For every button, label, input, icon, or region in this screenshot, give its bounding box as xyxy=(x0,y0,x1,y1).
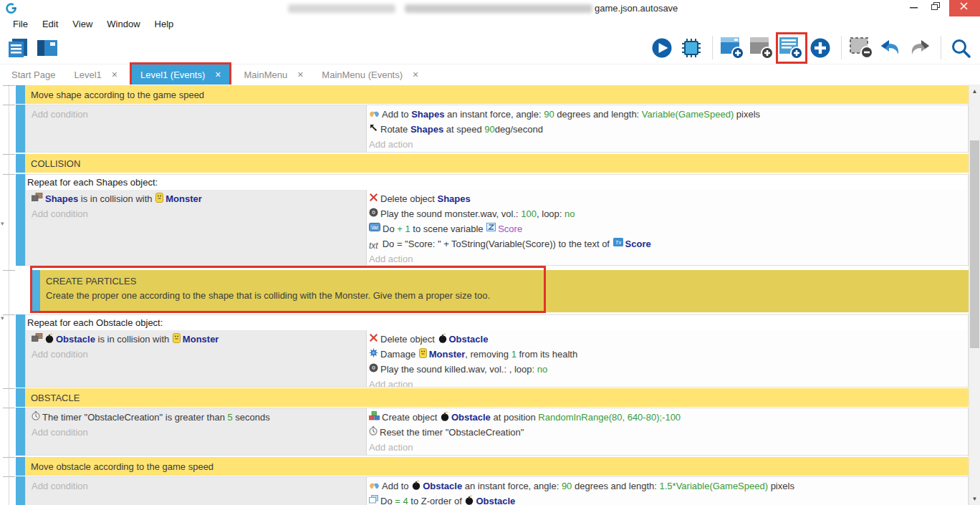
add-action[interactable]: Add action xyxy=(369,440,968,455)
scroll-down-icon[interactable]: ▼ xyxy=(969,494,980,503)
action-line[interactable]: Reset the timer "ObstacleCreation" xyxy=(369,425,968,440)
toolbar-search-button[interactable] xyxy=(948,35,974,61)
comment-text[interactable]: CREATE PARTICLESCreate the proper one ac… xyxy=(40,270,969,312)
toolbar-add-circle-button[interactable] xyxy=(808,35,834,61)
tab-mainmenu[interactable]: MainMenu× xyxy=(239,64,307,85)
action-line[interactable]: Play the sound monster.wav, vol.: 100, l… xyxy=(369,206,968,221)
toolbar-add-comment-button[interactable] xyxy=(779,35,804,61)
actions-column: Delete object ObstacleDamage Monster, re… xyxy=(366,330,968,387)
repeat-event-header[interactable]: Repeat for each Shapes object: xyxy=(26,175,968,190)
add-condition[interactable]: Add condition xyxy=(32,478,366,494)
tab-close-icon[interactable]: × xyxy=(413,69,418,80)
force-icon xyxy=(369,108,380,122)
action-line[interactable]: Delete object Shapes xyxy=(369,191,968,206)
tab-level1-events[interactable]: Level1 (Events)× xyxy=(132,64,230,85)
add-condition[interactable]: Add condition xyxy=(32,347,366,362)
toolbar-play-button[interactable] xyxy=(650,35,676,61)
toolbar-debug-button[interactable] xyxy=(679,35,705,61)
event-block: The timer "ObstacleCreation" is greater … xyxy=(0,408,969,456)
conditions-column: Shapes is in collision with MonsterAdd c… xyxy=(26,190,366,265)
text-segment: Obstacle xyxy=(451,412,491,423)
action-line[interactable]: Damage Monster, removing 1 from its heal… xyxy=(369,347,968,362)
comment-text[interactable]: OBSTACLE xyxy=(25,388,969,407)
redacted-title-text xyxy=(288,4,395,13)
minimize-button[interactable] xyxy=(905,0,925,16)
toolbar-add-subevent-button[interactable] xyxy=(749,35,775,61)
condition-line[interactable]: Shapes is in collision with Monster xyxy=(32,191,366,206)
toolbar-scene-editor-button[interactable] xyxy=(35,35,61,61)
toolbar-right-group xyxy=(650,35,974,61)
comment-text[interactable]: Move obstacle according to the game spee… xyxy=(25,457,969,476)
window-title: game.json.autosave xyxy=(595,3,678,14)
menu-view[interactable]: View xyxy=(65,17,100,32)
toolbar-separator xyxy=(712,36,713,59)
force-icon xyxy=(369,480,380,494)
menu-help[interactable]: Help xyxy=(148,17,181,32)
tab-start-page[interactable]: Start Page xyxy=(7,64,59,85)
text-segment: an instant force, angle: xyxy=(444,109,544,120)
toolbar-remove-event-button[interactable] xyxy=(849,35,875,61)
remove-event-icon xyxy=(849,36,873,59)
action-line[interactable]: Rotate Shapes at speed 90deg/second xyxy=(369,122,968,137)
toolbar-left-group xyxy=(6,35,61,61)
text-segment: + 1 xyxy=(397,223,410,234)
tab-close-icon[interactable]: × xyxy=(297,69,303,80)
comment-text[interactable]: Move shape according to the game speed xyxy=(25,85,969,104)
text-segment: 90 xyxy=(484,124,494,135)
tab-level1[interactable]: Level1× xyxy=(69,64,122,85)
action-line[interactable]: Play the sound killed.wav, vol.: , loop:… xyxy=(369,362,968,377)
tab-close-icon[interactable]: × xyxy=(215,69,221,80)
add-action[interactable]: Add action xyxy=(369,137,968,152)
add-action[interactable]: Add action xyxy=(369,251,968,265)
scrollbar-thumb[interactable] xyxy=(970,140,979,348)
menu-file[interactable]: File xyxy=(6,17,35,32)
add-condition[interactable]: Add condition xyxy=(32,107,366,122)
toolbar-project-manager-button[interactable] xyxy=(6,35,32,61)
action-line[interactable]: Add to Shapes an instant force, angle: 9… xyxy=(369,107,968,122)
tab-close-icon[interactable]: × xyxy=(112,69,117,80)
event-gutter xyxy=(0,154,16,173)
gutter-tick xyxy=(3,154,15,155)
event-selection-strip xyxy=(16,408,25,456)
text-segment: deg/second xyxy=(495,124,543,135)
text-segment: pixels xyxy=(734,109,760,120)
action-line[interactable]: txtDo = "Score: " + ToString(Variable(Sc… xyxy=(369,236,968,251)
toolbar-redo-button[interactable] xyxy=(908,35,933,61)
event-selection-strip xyxy=(16,388,25,407)
create-icon xyxy=(369,411,380,425)
menu-edit[interactable]: Edit xyxy=(35,17,65,32)
scenevar-icon xyxy=(486,223,496,236)
fold-arrow-icon[interactable]: ▾ xyxy=(1,221,4,227)
close-button[interactable] xyxy=(949,0,980,16)
action-line[interactable]: Create object Obstacle at position Rando… xyxy=(369,410,968,425)
fold-arrow-icon[interactable]: ▾ xyxy=(1,315,4,322)
maximize-button[interactable] xyxy=(926,0,946,16)
indent-spacer xyxy=(16,270,31,312)
vertical-scrollbar[interactable]: ▲ ▼ xyxy=(969,85,980,505)
comment-line: Move shape according to the game speed xyxy=(31,90,204,100)
action-line[interactable]: Delete object Obstacle xyxy=(369,332,968,347)
text-segment: 1 xyxy=(511,349,517,360)
text-segment: Add to xyxy=(382,109,411,120)
add-condition[interactable]: Add condition xyxy=(32,425,366,440)
collision-icon xyxy=(32,333,43,347)
action-line[interactable]: VarDo + 1 to scene variable Score xyxy=(369,221,968,236)
event-gutter xyxy=(0,270,16,312)
close-icon xyxy=(960,2,968,15)
toolbar-undo-button[interactable] xyxy=(878,35,904,61)
repeat-event-header[interactable]: Repeat for each Obstacle object: xyxy=(26,315,968,330)
condition-line[interactable]: Obstacle is in collision with Monster xyxy=(32,332,366,347)
comment-text[interactable]: COLLISION xyxy=(25,154,969,173)
add-condition[interactable]: Add condition xyxy=(32,206,366,221)
text-segment: Shapes xyxy=(45,193,78,204)
action-line[interactable]: Do = 4 to Z-order of Obstacle xyxy=(369,494,968,505)
tab-mainmenu-events[interactable]: MainMenu (Events)× xyxy=(317,64,423,85)
svg-text:Var: Var xyxy=(371,225,378,230)
condition-line[interactable]: The timer "ObstacleCreation" is greater … xyxy=(32,410,366,425)
menu-bar: FileEditViewWindowHelp xyxy=(0,17,980,32)
scroll-up-icon[interactable]: ▲ xyxy=(969,87,980,95)
action-line[interactable]: Add to Obstacle an instant force, angle:… xyxy=(369,478,968,494)
toolbar-add-event-button[interactable] xyxy=(720,35,746,61)
menu-window[interactable]: Window xyxy=(100,17,147,32)
add-action[interactable]: Add action xyxy=(369,377,968,387)
